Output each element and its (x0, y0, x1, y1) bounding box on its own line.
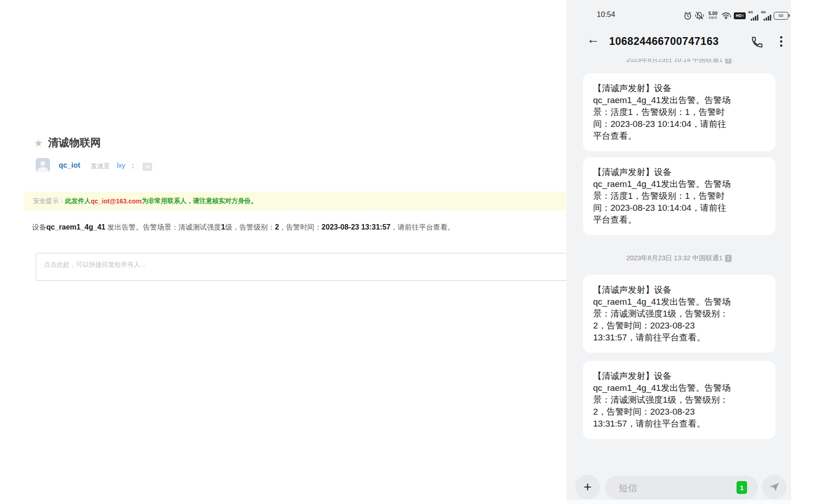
body-alarm-level: 2 (275, 223, 279, 231)
signal-sim2-icon: 4G (761, 11, 771, 21)
sms-bubble[interactable]: 【清诚声发射】设备 qc_raem1_4g_41发出告警。告警场 景：清诚测试强… (583, 275, 776, 353)
sms-bubble[interactable]: 【清诚声发射】设备 qc_raem1_4g_41发出告警。告警场 景：活度1，告… (583, 157, 776, 235)
security-prefix: 安全提示： (33, 197, 65, 205)
body-seg-bold: 1 (221, 223, 225, 231)
body-seg: 发出告警。告警场景：清诚测试强度 (105, 223, 221, 231)
date-separator-clipped: 2023年8月23日 10:14 中国联通1 1 (566, 59, 791, 68)
sms-line: 间：2023-08-23 10:14:04，请前往 (593, 118, 765, 130)
volte-hd-icon: HD1 (734, 12, 746, 19)
signal-4g-label: 4G (761, 11, 766, 14)
sim-badge-icon: 1 (725, 255, 732, 262)
back-button[interactable]: ← (587, 33, 600, 46)
send-icon (768, 481, 780, 493)
add-attachment-button[interactable]: + (575, 475, 600, 499)
battery-icon: 60 (774, 12, 788, 20)
signal-bars (764, 14, 771, 21)
sms-line: qc_raem1_4g_41发出告警。告警场 (593, 382, 765, 394)
recipient-dropdown-button[interactable] (143, 163, 152, 171)
sms-line: qc_raem1_4g_41发出告警。告警场 (593, 178, 765, 190)
email-subject: 清诚物联网 (48, 136, 101, 150)
wifi-icon (721, 11, 732, 20)
sms-line: 【清诚声发射】设备 (593, 284, 765, 296)
recipient-name[interactable]: lxy (117, 161, 125, 169)
sim-select-badge[interactable]: 1 (737, 481, 747, 494)
sms-line: 2，告警时间：2023-08-23 (593, 320, 765, 332)
send-button[interactable] (762, 475, 786, 499)
sim-badge-icon: 1 (725, 59, 732, 64)
phone-sms-panel: 10:54 5.00 KB/S (566, 0, 791, 504)
sms-line: qc_raem1_4g_41发出告警。告警场 (593, 94, 765, 106)
sent-to-label: 发送至 (91, 162, 110, 170)
body-device-name: qc_raem1_4g_41 (46, 223, 105, 231)
body-seg: ，请前往平台查看。 (390, 223, 455, 231)
signal-4g-label: 4G (748, 11, 753, 14)
battery-level: 60 (779, 13, 783, 18)
recipient-separator: ； (129, 161, 136, 170)
hd-label: HD (736, 14, 742, 18)
sms-line: 景：清诚测试强度1级，告警级别： (593, 308, 765, 320)
body-seg: 级，告警级别： (225, 223, 275, 231)
signal-bars (751, 14, 759, 21)
sms-line: 2，告警时间：2023-08-23 (593, 406, 765, 418)
security-warning-bar: 安全提示： 此发件人 qc_iot@163.com 为非常用联系人，请注意核实对… (24, 192, 570, 210)
conversation-title: 106824466700747163 (609, 35, 719, 48)
sms-line: 【清诚声发射】设备 (593, 370, 765, 382)
person-icon (36, 158, 50, 172)
sms-input-placeholder: 短信 (619, 482, 637, 494)
sms-line: 13:31:57，请前往平台查看。 (593, 332, 765, 344)
sender-avatar[interactable] (36, 158, 50, 172)
screen: ★ 清诚物联网 qc_iot 发送至 lxy ； 安全提示： 此发件人 qc_i… (0, 0, 825, 504)
sms-bubble[interactable]: 【清诚声发射】设备 qc_raem1_4g_41发出告警。告警场 景：活度1，告… (583, 73, 776, 151)
more-menu-button[interactable] (780, 36, 783, 47)
security-warning-text: 为非常用联系人，请注意核实对方身份。 (142, 197, 257, 205)
security-email-address: qc_iot@163.com (91, 197, 142, 205)
security-sender-label: 此发件人 (65, 197, 91, 205)
body-seg: ，告警时间： (279, 223, 322, 231)
email-body: 设备qc_raem1_4g_41 发出告警。告警场景：清诚测试强度1级，告警级别… (32, 223, 454, 232)
sms-line: 景：活度1，告警级别：1，告警时 (593, 190, 765, 202)
sender-name[interactable]: qc_iot (59, 161, 80, 170)
sms-line: 平台查看。 (593, 214, 765, 226)
alarm-icon (683, 11, 692, 20)
phone-icon (751, 36, 764, 49)
status-icons: 5.00 KB/S HD1 4G (683, 10, 788, 22)
network-speed-indicator: 5.00 KB/S (707, 11, 719, 20)
sms-line: qc_raem1_4g_41发出告警。告警场 (593, 296, 765, 308)
date-separator: 2023年8月23日 13:32 中国联通1 1 (566, 254, 791, 263)
date-separator-text: 2023年8月23日 13:32 中国联通1 (626, 254, 722, 263)
sms-line: 【清诚声发射】设备 (593, 166, 765, 178)
hd-sub: 1 (742, 14, 743, 17)
body-alarm-time: 2023-08-23 13:31:57 (322, 223, 390, 231)
sms-line: 景：活度1，告警级别：1，告警时 (593, 106, 765, 118)
sms-compose-input[interactable]: 短信 1 (605, 476, 758, 499)
status-time: 10:54 (597, 11, 615, 19)
sms-line: 【清诚声发射】设备 (593, 82, 765, 94)
body-seg: 设备 (32, 223, 46, 231)
sms-line: 景：清诚测试强度1级，告警级别： (593, 394, 765, 406)
quick-reply-placeholder: 点击此处，可以快捷回复给所有人... (44, 261, 146, 268)
network-speed-unit: KB/S (707, 16, 719, 20)
date-separator-text: 2023年8月23日 10:14 中国联通1 (626, 59, 722, 64)
gesture-area (566, 500, 791, 504)
star-icon[interactable]: ★ (34, 137, 43, 149)
chevron-down-icon (145, 165, 150, 169)
sms-bubble[interactable]: 【清诚声发射】设备 qc_raem1_4g_41发出告警。告警场 景：清诚测试强… (583, 361, 776, 439)
call-button[interactable] (751, 36, 764, 49)
vibrate-mute-icon (694, 11, 704, 20)
quick-reply-input[interactable]: 点击此处，可以快捷回复给所有人... (36, 253, 570, 281)
sms-line: 间：2023-08-23 10:14:04，请前往 (593, 202, 765, 214)
sms-line: 平台查看。 (593, 130, 765, 142)
signal-sim1-icon: 4G (748, 11, 759, 21)
sms-line: 13:31:57，请前往平台查看。 (593, 418, 765, 430)
